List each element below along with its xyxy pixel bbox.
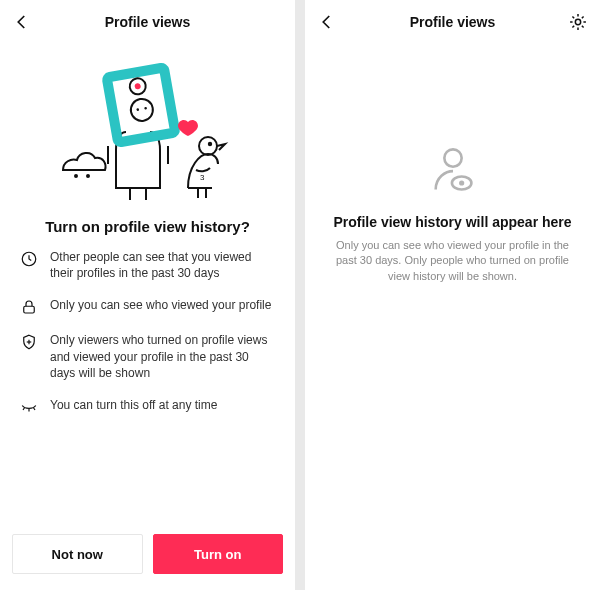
feature-item: Only you can see who viewed your profile bbox=[20, 297, 275, 316]
chevron-left-icon bbox=[13, 13, 31, 31]
feature-text: Only viewers who turned on profile views… bbox=[50, 332, 275, 381]
page-title: Profile views bbox=[105, 14, 191, 30]
chevron-left-icon bbox=[318, 13, 336, 31]
shield-icon bbox=[20, 333, 38, 351]
clock-icon bbox=[20, 250, 38, 268]
svg-point-28 bbox=[459, 180, 464, 185]
topbar-right: Profile views bbox=[305, 0, 600, 44]
svg-point-25 bbox=[575, 19, 580, 24]
cloud-doodle bbox=[63, 153, 106, 177]
button-row: Not now Turn on bbox=[0, 524, 295, 590]
svg-point-9 bbox=[144, 107, 147, 110]
svg-text:3: 3 bbox=[200, 173, 205, 182]
feature-text: Only you can see who viewed your profile bbox=[50, 297, 271, 313]
onboarding-panel: Profile views bbox=[0, 0, 295, 590]
feature-text: You can turn this off at any time bbox=[50, 397, 217, 413]
topbar-left: Profile views bbox=[0, 0, 295, 44]
gear-icon bbox=[568, 12, 588, 32]
onboarding-heading: Turn on profile view history? bbox=[0, 218, 295, 235]
feature-item: Only viewers who turned on profile views… bbox=[20, 332, 275, 381]
settings-button[interactable] bbox=[556, 0, 600, 44]
picture-frame bbox=[106, 67, 175, 142]
svg-point-0 bbox=[75, 175, 77, 177]
heart-icon bbox=[178, 120, 198, 136]
svg-point-12 bbox=[199, 137, 217, 155]
svg-point-7 bbox=[129, 97, 154, 122]
back-button[interactable] bbox=[0, 0, 44, 44]
page-title: Profile views bbox=[410, 14, 496, 30]
svg-line-22 bbox=[23, 408, 25, 410]
feature-item: You can turn this off at any time bbox=[20, 397, 275, 416]
profile-eye-icon bbox=[427, 144, 479, 196]
svg-line-24 bbox=[34, 408, 36, 410]
empty-state: Profile view history will appear here On… bbox=[305, 44, 600, 284]
turn-on-button[interactable]: Turn on bbox=[153, 534, 284, 574]
empty-body: Only you can see who viewed your profile… bbox=[333, 238, 572, 284]
onboarding-illustration: 3 bbox=[0, 62, 295, 202]
svg-point-13 bbox=[208, 143, 210, 145]
lock-icon bbox=[20, 298, 38, 316]
eyelash-icon bbox=[20, 398, 38, 416]
svg-point-8 bbox=[136, 108, 139, 111]
not-now-button[interactable]: Not now bbox=[12, 534, 143, 574]
feature-item: Other people can see that you viewed the… bbox=[20, 249, 275, 281]
feature-text: Other people can see that you viewed the… bbox=[50, 249, 275, 281]
back-button[interactable] bbox=[305, 0, 349, 44]
empty-title: Profile view history will appear here bbox=[333, 214, 571, 230]
svg-point-26 bbox=[444, 149, 461, 166]
svg-point-1 bbox=[87, 175, 89, 177]
feature-list: Other people can see that you viewed the… bbox=[0, 249, 295, 416]
bird-doodle: 3 bbox=[188, 137, 225, 198]
svg-rect-19 bbox=[24, 307, 35, 314]
history-panel: Profile views Profile view history will … bbox=[305, 0, 600, 590]
